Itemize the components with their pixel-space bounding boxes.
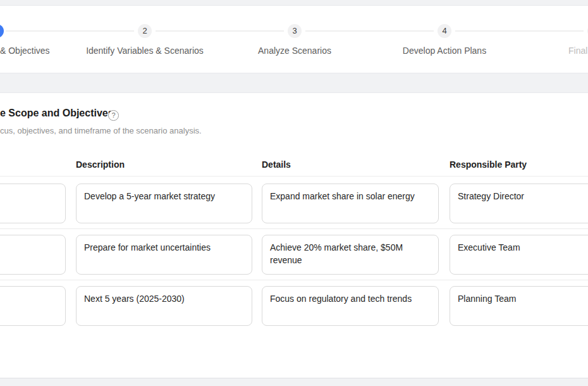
stepper-content-gap — [0, 73, 588, 93]
row-divider — [0, 280, 588, 280]
row-1-description-input[interactable]: Develop a 5-year market strategy — [76, 184, 252, 223]
step-1-label[interactable]: & Objectives — [0, 46, 50, 56]
column-header-description: Description — [76, 159, 125, 170]
row-2-details-input[interactable]: Achieve 20% market share, $50M revenue — [262, 235, 439, 275]
step-connector — [156, 30, 284, 32]
step-connector — [6, 30, 134, 32]
bottom-page-gutter — [0, 378, 588, 386]
row-1-leading-input[interactable] — [0, 184, 66, 223]
step-2-circle[interactable]: 2 — [138, 24, 152, 38]
page-title: e Scope and Objectives — [0, 108, 114, 119]
row-2-responsible-input[interactable]: Executive Team — [450, 235, 588, 275]
row-3-description-input[interactable]: Next 5 years (2025-2030) — [76, 286, 252, 326]
row-2-leading-input[interactable] — [0, 235, 66, 275]
row-3-responsible-input[interactable]: Planning Team — [450, 286, 588, 326]
row-1-details-input[interactable]: Expand market share in solar energy — [262, 184, 439, 223]
step-3-circle[interactable]: 3 — [288, 24, 302, 38]
row-1-responsible-input[interactable]: Strategy Director — [450, 184, 588, 223]
column-header-responsible-party: Responsible Party — [450, 159, 527, 170]
step-4-circle[interactable]: 4 — [438, 24, 451, 38]
step-4-label[interactable]: Develop Action Plans — [350, 46, 539, 56]
header-divider — [0, 176, 588, 177]
column-header-details: Details — [262, 159, 291, 170]
top-page-gutter — [0, 0, 588, 6]
help-icon[interactable]: ? — [108, 110, 119, 121]
row-2-description-input[interactable]: Prepare for market uncertainties — [76, 235, 252, 275]
step-connector — [305, 30, 434, 32]
page-subtitle: cus, objectives, and timeframe of the sc… — [0, 126, 202, 135]
step-connector — [455, 30, 584, 32]
step-1-circle[interactable]: 1 — [0, 24, 4, 38]
row-3-leading-input[interactable] — [0, 286, 66, 326]
step-5-label[interactable]: Final — [568, 46, 587, 56]
row-3-details-input[interactable]: Focus on regulatory and tech trends — [262, 286, 439, 326]
row-divider — [0, 228, 588, 229]
